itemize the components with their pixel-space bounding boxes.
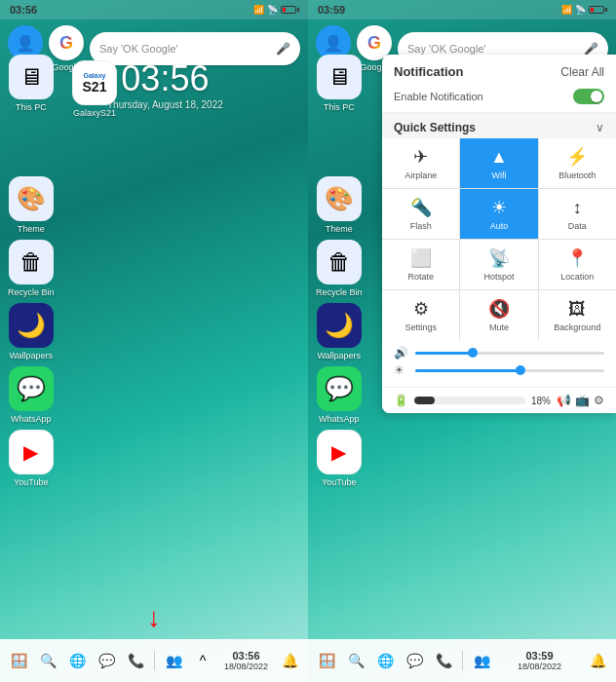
youtube-icon-right: ▶ [331,440,346,464]
taskbar-windows-left[interactable]: 🪟 [6,648,31,673]
hotspot-label: Hotspot [483,272,514,282]
wallpapers-label-right: Wallpapers [317,351,361,360]
taskbar-people-left[interactable]: 👥 [161,648,186,673]
theme-icon-right: 🎨 [325,185,354,212]
taskbar-chat-left[interactable]: 💬 [94,648,119,673]
right-mic-icon: 🎤 [584,42,598,56]
taskbar-search-right[interactable]: 🔍 [343,648,368,673]
volume-thumb [468,348,478,358]
quick-settings-chevron-icon[interactable]: ∨ [596,121,604,134]
enable-notification-label: Enable Notification [394,91,483,102]
icon-wallpapers-right[interactable]: 🌙 Wallpapers [316,303,363,360]
wifi-icon: ▲ [490,147,508,168]
background-label: Background [554,322,600,332]
qs-data[interactable]: ↕ Data [539,189,616,239]
icon-wallpapers-left[interactable]: 🌙 Wallpapers [8,303,55,360]
right-status-time: 03:59 [318,4,345,16]
taskbar-people-right[interactable]: 👥 [469,648,494,673]
taskbar-windows-right[interactable]: 🪟 [314,648,339,673]
taskbar-notif-right[interactable]: 🔔 [585,648,610,673]
icon-whatsapp-right[interactable]: 💬 WhatsApp [316,366,363,424]
whatsapp-icon-right: 💬 [325,375,354,402]
recyclebin-label-left: Recycle Bin [8,287,55,297]
whatsapp-label-left: WhatsApp [11,414,52,424]
right-google-g-icon: G [367,33,381,54]
qs-flash[interactable]: 🔦 Flash [382,189,459,239]
left-taskbar: 🪟 🔍 🌐 💬 📞 👥 ^ 03:56 18/08/2022 🔔 [0,639,308,682]
battery-extra-icons: 📢 📺 ⚙ [557,394,604,407]
right-taskbar-time: 03:59 [525,650,553,662]
brightness-fill [415,369,520,372]
auto-icon: ☀ [491,197,507,218]
qs-bluetooth[interactable]: ⚡ Bluetooth [539,138,616,188]
battery-icon-right [589,6,604,14]
icon-whatsapp-left[interactable]: 💬 WhatsApp [8,366,55,424]
right-status-bar: 03:59 📶 📡 [308,0,616,19]
taskbar-search-left[interactable]: 🔍 [35,648,60,673]
theme-icon: 🎨 [17,185,46,212]
bluetooth-icon: ⚡ [566,146,588,168]
bluetooth-label: Bluetooth [558,170,596,180]
wallpapers-icon: 🌙 [17,312,46,339]
taskbar-notif-left[interactable]: 🔔 [277,648,302,673]
settings-small-icon: ⚙ [594,394,604,407]
battery-icon-panel: 🔋 [394,394,408,407]
taskbar-phone-left[interactable]: 📞 [123,648,148,673]
volume-fill [415,352,472,355]
background-icon: 🖼 [568,299,586,320]
auto-label: Auto [490,221,509,231]
left-clock-date: Thursday, August 18, 2022 [107,99,223,110]
left-phone-panel: 03:56 📶 📡 👤 User G Google Say 'OK Google… [0,0,308,682]
red-arrow-indicator: ↓ [147,602,161,633]
left-taskbar-time: 03:56 [232,650,259,662]
icon-theme-left[interactable]: 🎨 Theme [8,176,55,234]
icon-youtube-left[interactable]: ▶ YouTube [8,430,55,487]
volume-track[interactable] [415,352,604,355]
qs-rotate[interactable]: ⬜ Rotate [382,240,459,289]
qs-auto[interactable]: ☀ Auto [460,189,537,239]
qs-airplane[interactable]: ✈ Airplane [382,138,459,188]
icon-recyclebin-left[interactable]: 🗑 Recycle Bin [8,240,55,297]
taskbar-phone-right[interactable]: 📞 [431,648,456,673]
icon-thispc-right[interactable]: 🖥 This PC [316,55,363,112]
hotspot-icon: 📡 [488,247,510,269]
battery-bar [414,397,525,404]
taskbar-chevron-left[interactable]: ^ [190,648,215,673]
clear-all-button[interactable]: Clear All [560,65,604,79]
taskbar-chat-right[interactable]: 💬 [402,648,427,673]
quick-settings-grid: ✈ Airplane ▲ Wifi ⚡ Bluetooth 🔦 Flash ☀ … [382,138,616,340]
toggle-knob [591,91,602,102]
rotate-icon: ⬜ [410,247,432,269]
mute-icon: 🔇 [488,298,510,320]
galaxys21-label: GalaxyS21 [73,108,116,118]
enable-notification-toggle[interactable] [573,89,604,104]
qs-settings[interactable]: ⚙ Settings [382,290,459,340]
icon-thispc-left[interactable]: 🖥 This PC [8,55,55,112]
right-taskbar-date: 18/08/2022 [518,662,561,671]
qs-hotspot[interactable]: 📡 Hotspot [460,240,537,289]
qs-mute[interactable]: 🔇 Mute [460,290,537,340]
taskbar-edge-left[interactable]: 🌐 [64,648,90,673]
left-clock-time: 03:56 [107,58,223,99]
icon-youtube-right[interactable]: ▶ YouTube [316,430,363,487]
volume-icon: 🔊 [394,346,409,360]
youtube-icon-left: ▶ [23,440,38,464]
right-status-icons: 📶 📡 [561,5,606,15]
settings-label: Settings [404,322,437,332]
icon-theme-right[interactable]: 🎨 Theme [316,176,363,234]
taskbar-edge-right[interactable]: 🌐 [372,648,398,673]
right-taskbar-time-area: 03:59 18/08/2022 [498,650,581,671]
brightness-track[interactable] [415,369,604,372]
icon-galaxys21-left[interactable]: Galaxy S21 GalaxyS21 [72,60,117,118]
qs-background[interactable]: 🖼 Background [539,290,616,340]
left-status-icons: 📶 📡 [253,5,298,15]
icon-recyclebin-right[interactable]: 🗑 Recycle Bin [316,240,363,297]
whatsapp-icon: 💬 [17,375,46,402]
galaxy-brand-icon: Galaxy [84,72,106,79]
qs-wifi[interactable]: ▲ Wifi [460,138,537,188]
wifi-label: Wifi [491,170,506,180]
sliders-area: 🔊 ☀ [382,340,616,387]
thispc-icon: 🖥 [19,63,43,91]
right-user-avatar-icon: 👤 [324,34,343,53]
qs-location[interactable]: 📍 Location [539,240,616,289]
